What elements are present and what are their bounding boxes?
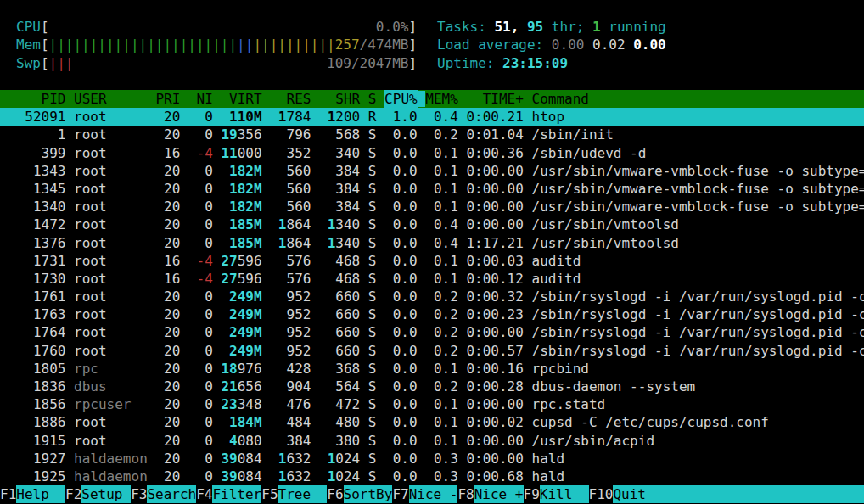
cell-time: 0:00.00	[466, 432, 523, 450]
process-row[interactable]: 1340 root 20 0 182M 560 384 S 0.0 0.1 0:…	[0, 198, 864, 216]
process-row[interactable]: 1761 root 20 0 249M 952 660 S 0.0 0.2 0:…	[0, 288, 864, 305]
cell-time: 0:00.00	[466, 198, 523, 216]
fkey-key: F10	[589, 485, 614, 503]
cell-shr: 660	[319, 342, 360, 360]
cell-mem-percent: 0.1	[425, 395, 458, 413]
cell-virt: 249M	[221, 323, 261, 341]
process-row[interactable]: 1 root 20 0 19356 796 568 S 0.0 0.2 0:01…	[0, 126, 864, 143]
cell-pid: 1764	[8, 323, 65, 341]
cell-res: 904	[270, 378, 311, 395]
fkey-label: Nice +	[474, 485, 524, 503]
tasks-running-count: 1	[592, 19, 601, 35]
fkey-button-quit[interactable]: F10Quit	[589, 485, 663, 503]
cell-shr: 384	[319, 180, 360, 198]
column-header-time[interactable]: TIME+	[466, 90, 523, 108]
mem-buffer-bars: ||	[237, 36, 253, 53]
fkey-key: F2	[65, 485, 81, 503]
process-row[interactable]: 1343 root 20 0 182M 560 384 S 0.0 0.1 0:…	[0, 162, 864, 180]
process-table-header: PID USER PRI NI VIRT RES SHR S CPU% MEM%…	[0, 90, 864, 108]
fkey-label: Search	[147, 485, 196, 503]
process-row[interactable]: 1760 root 20 0 249M 952 660 S 0.0 0.2 0:…	[0, 342, 864, 360]
process-row[interactable]: 1730 root 16 -4 27596 576 468 S 0.0 0.1 …	[0, 270, 864, 288]
process-row[interactable]: 1731 root 16 -4 27596 576 468 S 0.0 0.1 …	[0, 252, 864, 270]
cell-priority: 20	[155, 342, 180, 360]
cell-virt: 184M	[221, 413, 261, 431]
cell-time: 1:17.21	[466, 234, 523, 252]
cell-command: /sbin/rsyslogd -i /var/run/syslogd.pid -…	[532, 306, 864, 322]
fkey-button-help[interactable]: F1Help	[0, 485, 65, 503]
cell-nice: 0	[188, 342, 213, 360]
process-row[interactable]: 1763 root 20 0 249M 952 660 S 0.0 0.2 0:…	[0, 305, 864, 323]
cell-pid: 1805	[8, 360, 65, 378]
fkey-button-tree[interactable]: F5Tree	[261, 485, 327, 503]
swap-meter-bar: ||| 109/2047MB	[49, 54, 409, 72]
fkey-button-search[interactable]: F3Search	[131, 485, 196, 503]
process-row[interactable]: 1376 root 20 0 185M 1864 1340 S 0.0 0.4 …	[0, 234, 864, 252]
process-row[interactable]: 1764 root 20 0 249M 952 660 S 0.0 0.2 0:…	[0, 323, 864, 341]
process-row[interactable]: 1836 dbus 20 0 21656 904 564 S 0.0 0.2 0…	[0, 378, 864, 395]
column-header-ni[interactable]: NI	[188, 90, 213, 108]
cell-priority: 20	[155, 450, 180, 468]
load-15min: 0.00	[633, 36, 666, 53]
cell-priority: 20	[155, 305, 180, 323]
cell-state: S	[368, 198, 377, 216]
fkey-button-filter[interactable]: F4Filter	[196, 485, 261, 503]
cell-state: S	[368, 432, 377, 450]
cell-state: S	[368, 413, 377, 431]
column-header-virt[interactable]: VIRT	[221, 90, 261, 108]
cell-user: root	[74, 126, 148, 143]
cell-nice: 0	[188, 162, 213, 180]
mem-used-text: 257	[335, 36, 360, 53]
cell-command: rpc.statd	[532, 396, 606, 412]
cell-shr: 340	[319, 144, 360, 162]
cell-res: 1864	[270, 234, 311, 252]
cell-res: 576	[270, 270, 311, 288]
column-header-pid[interactable]: PID	[8, 90, 65, 108]
tasks-threads: 95	[527, 19, 543, 35]
cpu-percent-text: 0.0%	[49, 19, 409, 35]
column-header-user[interactable]: USER	[74, 90, 148, 108]
column-header-pri[interactable]: PRI	[155, 90, 180, 108]
fkey-button-sortby[interactable]: F6SortBy	[327, 485, 392, 503]
cell-time: 0:00.23	[466, 305, 523, 323]
cell-mem-percent: 0.3	[425, 468, 458, 485]
cell-command: hald	[532, 451, 565, 467]
process-row[interactable]: 1856 rpcuser 20 0 23348 476 472 S 0.0 0.…	[0, 395, 864, 413]
cell-mem-percent: 0.1	[425, 180, 458, 198]
function-key-bar: F1Help F2Setup F3SearchF4FilterF5Tree F6…	[0, 485, 864, 503]
process-row[interactable]: 1345 root 20 0 182M 560 384 S 0.0 0.1 0:…	[0, 180, 864, 198]
cell-res: 476	[270, 395, 311, 413]
column-header-shr[interactable]: SHR	[319, 90, 360, 108]
process-row[interactable]: 1925 haldaemon 20 0 39084 1632 1024 S 0.…	[0, 468, 864, 485]
process-row[interactable]: 1472 root 20 0 185M 1864 1340 S 0.0 0.4 …	[0, 216, 864, 233]
cell-command: rpcbind	[532, 361, 589, 377]
fkey-button-nice-[interactable]: F8Nice +	[457, 485, 523, 503]
cell-nice: -4	[188, 252, 213, 270]
column-header-res[interactable]: RES	[270, 90, 311, 108]
cell-cpu-percent: 0.0	[384, 360, 418, 378]
fkey-button-nice-[interactable]: F7Nice -	[392, 485, 457, 503]
cell-state: S	[368, 468, 377, 485]
column-header-mem[interactable]: MEM%	[425, 90, 458, 108]
process-row[interactable]: 1927 haldaemon 20 0 39084 1632 1024 S 0.…	[0, 450, 864, 468]
fkey-button-kill[interactable]: F9Kill	[524, 485, 589, 503]
cell-user: root	[74, 252, 148, 270]
cell-cpu-percent: 1.0	[384, 108, 418, 126]
process-row[interactable]: 399 root 16 -4 11000 352 340 S 0.0 0.1 0…	[0, 144, 864, 162]
cell-virt: 11000	[221, 144, 261, 162]
bracket-open: [	[41, 19, 49, 35]
process-row-selected[interactable]: 52091 root 20 0 110M 1784 1200 R 1.0 0.4…	[0, 108, 864, 126]
process-row[interactable]: 1915 root 20 0 4080 384 380 S 0.0 0.1 0:…	[0, 432, 864, 450]
cell-shr: 468	[319, 270, 360, 288]
column-header-cpu[interactable]: CPU%	[384, 90, 418, 108]
cell-state: S	[368, 234, 377, 252]
load-1min: 0.00	[552, 36, 592, 53]
process-row[interactable]: 1886 root 20 0 184M 484 480 S 0.0 0.1 0:…	[0, 413, 864, 431]
header-panel: CPU[ 0.0%] Mem[|||||||||||||||||||||||||…	[0, 0, 864, 90]
fkey-label: Quit	[613, 485, 662, 503]
fkey-button-setup[interactable]: F2Setup	[65, 485, 131, 503]
cell-user: root	[74, 216, 148, 233]
process-row[interactable]: 1805 rpc 20 0 18976 428 368 S 0.0 0.1 0:…	[0, 360, 864, 378]
column-header-command[interactable]: Command	[532, 90, 589, 108]
cell-shr: 384	[319, 198, 360, 216]
